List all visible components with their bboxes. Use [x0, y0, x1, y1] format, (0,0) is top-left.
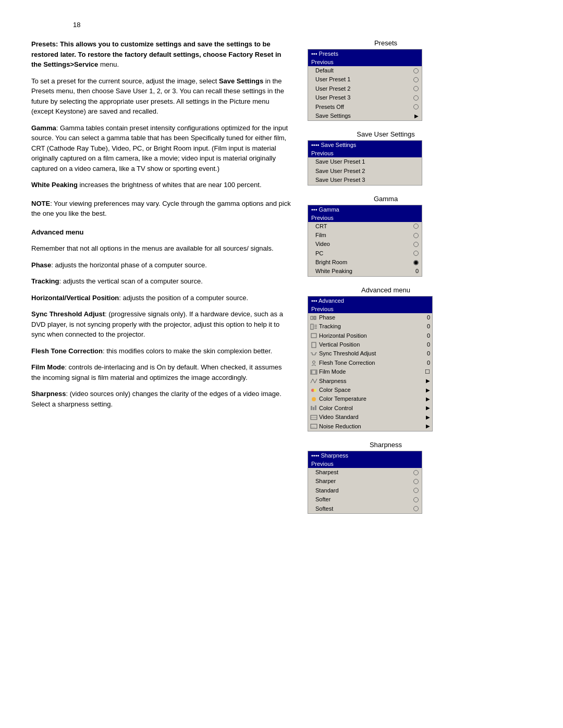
presets-previous-item[interactable]: Previous [308, 58, 422, 66]
advanced-menu-bold-label: Advanced menu [31, 228, 83, 236]
advanced-filmmode-value: ☐ [425, 368, 430, 376]
sharpness-previous-item[interactable]: Previous [308, 460, 422, 468]
sharpness-menu-header: •••• Sharpness [308, 451, 422, 460]
gamma-menu-section: Gamma ••• Gamma Previous CRT Film Video … [308, 195, 464, 277]
flesh-desc: : this modifies colors to make the skin … [103, 347, 272, 355]
gamma-previous-item[interactable]: Previous [308, 214, 422, 222]
noise-icon: ~~ [310, 423, 317, 429]
advanced-sharpness-item[interactable]: Sharpness ▶ [308, 377, 432, 386]
presets-user2-label: User Preset 2 [315, 85, 350, 93]
colorspace-icon [310, 387, 317, 393]
advanced-colortemp-label: Color Temperature [319, 395, 366, 403]
sync-paragraph: Sync Threshold Adjust: (progressive sign… [31, 309, 292, 340]
presets-user2-radio [413, 86, 419, 91]
gamma-crt-label: CRT [315, 223, 327, 230]
presets-user1-item[interactable]: User Preset 1 [308, 75, 422, 84]
gamma-whitepeaking-value: 0 [408, 267, 419, 275]
sharpness-sharpest-item[interactable]: Sharpest [308, 468, 422, 477]
gamma-brightroom-label: Bright Room [315, 258, 347, 266]
advanced-vpos-item[interactable]: Vertical Position 0 [308, 340, 432, 349]
gamma-film-item[interactable]: Film [308, 231, 422, 240]
svg-rect-22 [315, 405, 316, 410]
advanced-colorspace-label: Color Space [319, 386, 351, 394]
presets-user3-label: User Preset 3 [315, 94, 350, 102]
gamma-pc-radio [413, 251, 419, 256]
sharpness-sharper-item[interactable]: Sharper [308, 477, 422, 486]
sharpness-menu-title: Sharpness [308, 441, 464, 449]
advanced-colortemp-item[interactable]: Color Temperature ▶ [308, 394, 432, 403]
gamma-brightroom-radio [413, 260, 419, 265]
gamma-menu-box: ••• Gamma Previous CRT Film Video PC [308, 205, 422, 277]
presets-user3-item[interactable]: User Preset 3 [308, 93, 422, 102]
page-number: 18 [73, 21, 532, 29]
svg-rect-2 [311, 324, 313, 329]
advanced-hpos-item[interactable]: Horizontal Position 0 [308, 331, 432, 340]
save-user1-item[interactable]: Save User Preset 1 [308, 157, 422, 166]
gamma-whitepeaking-label: White Peaking [315, 267, 352, 275]
advanced-flesh-label: Flesh Tone Correction [319, 359, 375, 367]
advanced-colorctrl-item[interactable]: Color Control ▶ [308, 404, 432, 413]
sharpness-standard-item[interactable]: Standard [308, 486, 422, 495]
advanced-colorctrl-left: Color Control [310, 404, 353, 412]
advanced-previous-item[interactable]: Previous [308, 305, 432, 313]
advanced-menu-desc: Remember that not all options in the men… [31, 243, 292, 254]
advanced-sharpness-label: Sharpness [319, 377, 347, 385]
gamma-whitepeaking-item[interactable]: White Peaking 0 [308, 267, 422, 276]
advanced-vidstd-item[interactable]: Video Standard ▶ [308, 413, 432, 422]
sharpness-softest-item[interactable]: Softest [308, 504, 422, 513]
gamma-video-radio [413, 242, 419, 247]
advanced-colorspace-item[interactable]: Color Space ▶ [308, 386, 432, 394]
gamma-video-item[interactable]: Video [308, 240, 422, 249]
advanced-phase-left: Phase [310, 314, 335, 322]
horiz-vert-label: Horizontal/Vertical Position [31, 294, 119, 302]
phase-paragraph: Phase: adjusts the horizontal phase of a… [31, 260, 292, 270]
gamma-pc-item[interactable]: PC [308, 249, 422, 258]
advanced-tracking-left: Tracking [310, 323, 341, 330]
svg-rect-1 [314, 316, 316, 319]
presets-default-item[interactable]: Default [308, 66, 422, 75]
sharpness-label: Sharpness [31, 390, 66, 398]
svg-point-19 [312, 397, 316, 401]
svg-rect-21 [313, 407, 314, 410]
advanced-colortemp-left: Color Temperature [310, 395, 366, 403]
sharpness-softest-radio [413, 506, 419, 511]
save-user3-item[interactable]: Save User Preset 3 [308, 176, 422, 184]
film-label: Film Mode [31, 363, 65, 371]
presets-off-item[interactable]: Presets Off [308, 103, 422, 112]
svg-text:~~: ~~ [311, 425, 315, 428]
advanced-filmmode-label: Film Mode [319, 368, 346, 376]
hpos-icon [310, 332, 317, 339]
gamma-menu-title: Gamma [308, 195, 464, 203]
gamma-colon-text: : Gamma tables contain preset intensity … [31, 124, 288, 172]
presets-save-item[interactable]: Save Settings ▶ [308, 112, 422, 120]
save-user2-item[interactable]: Save User Preset 2 [308, 167, 422, 176]
presets-default-label: Default [315, 67, 334, 75]
save-user-previous-item[interactable]: Previous [308, 149, 422, 157]
svg-rect-16 [315, 371, 316, 374]
gamma-pc-label: PC [315, 250, 323, 257]
gamma-crt-item[interactable]: CRT [308, 222, 422, 231]
save-user1-label: Save User Preset 1 [315, 158, 365, 166]
advanced-tracking-item[interactable]: Tracking 0 [308, 322, 432, 331]
gamma-brightroom-item[interactable]: Bright Room [308, 258, 422, 267]
advanced-sync-item[interactable]: Sync Threshold Adjust 0 [308, 349, 432, 358]
presets-menu-box: ••• Presets Previous Default User Preset… [308, 49, 422, 121]
svg-point-18 [313, 389, 316, 392]
advanced-sync-value: 0 [427, 350, 430, 357]
advanced-noise-item[interactable]: ~~ Noise Reduction ▶ [308, 422, 432, 431]
advanced-phase-item[interactable]: Phase 0 [308, 313, 432, 322]
sharpness-sharper-label: Sharper [315, 477, 336, 485]
advanced-filmmode-item[interactable]: Film Mode ☐ [308, 367, 432, 376]
presets-paragraph: Presets: This allows you to customize se… [31, 39, 292, 70]
advanced-flesh-item[interactable]: Flesh Tone Correction 0 [308, 359, 432, 367]
presets-user2-item[interactable]: User Preset 2 [308, 84, 422, 93]
sharpness-standard-label: Standard [315, 487, 339, 495]
presets-menu-title: Presets [308, 39, 464, 47]
advanced-menu-box: ••• Advanced Previous Phase 0 [308, 296, 433, 431]
sharpness-standard-radio [413, 488, 419, 493]
presets-off-radio [413, 104, 419, 109]
save-user-menu-section: Save User Settings •••• Save Settings Pr… [308, 130, 464, 185]
vidstd-icon [310, 414, 317, 421]
horiz-vert-paragraph: Horizontal/Vertical Position: adjusts th… [31, 293, 292, 303]
sharpness-softer-item[interactable]: Softer [308, 495, 422, 504]
